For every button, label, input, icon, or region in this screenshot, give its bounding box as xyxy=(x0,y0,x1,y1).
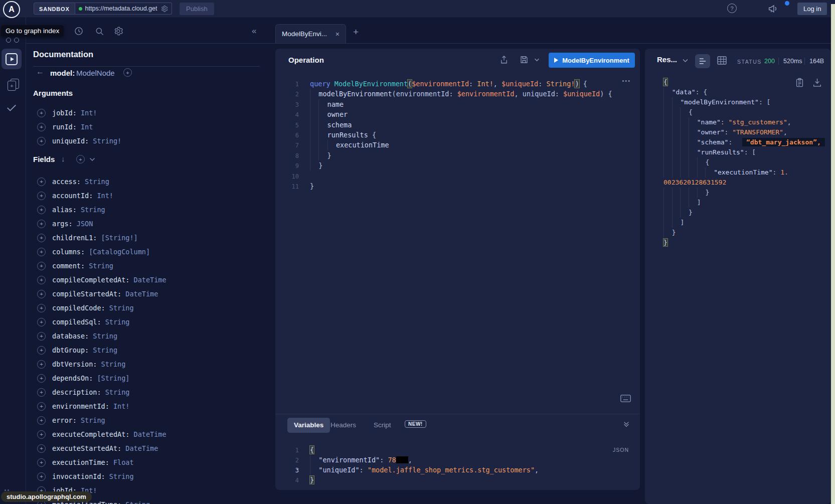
operation-editor[interactable]: 1query ModelByEnvironment($environmentId… xyxy=(275,79,640,191)
add-field-plus-icon[interactable] xyxy=(37,192,46,200)
apollo-logo[interactable]: A xyxy=(3,1,20,18)
field-name[interactable]: executionTime: xyxy=(52,458,109,466)
tab-script[interactable]: Script xyxy=(374,421,391,429)
add-all-fields-icon[interactable] xyxy=(123,68,132,77)
tab-model-by-environment[interactable]: ModelByEnvi... × xyxy=(275,24,346,43)
field-type[interactable]: String xyxy=(105,304,134,312)
code-line[interactable]: 7executionTime xyxy=(275,140,640,150)
code-line[interactable]: 1{ xyxy=(275,445,640,455)
add-field-plus-icon[interactable] xyxy=(37,248,46,256)
sidebar-item-explorer[interactable] xyxy=(2,49,22,69)
field-name[interactable]: accountId: xyxy=(52,192,93,200)
variables-editor[interactable]: 1{2"environmentId": 78,3"uniqueId": "mod… xyxy=(275,445,640,485)
field-name[interactable]: executeStartedAt: xyxy=(52,444,121,452)
code-line[interactable]: 10 xyxy=(275,171,640,181)
field-name[interactable]: dbtGroup: xyxy=(52,346,89,354)
save-operation-icon[interactable] xyxy=(520,55,529,64)
response-dropdown-chevron-icon[interactable] xyxy=(682,59,689,63)
field-type[interactable]: String xyxy=(97,360,125,368)
add-field-plus-icon[interactable] xyxy=(37,388,46,397)
field-type[interactable]: String xyxy=(77,206,105,214)
code-line[interactable]: 11} xyxy=(275,181,640,191)
code-line[interactable]: 6runResults { xyxy=(275,130,640,140)
add-field-plus-icon[interactable] xyxy=(37,458,46,467)
add-field-plus-icon[interactable] xyxy=(37,206,46,214)
add-field-plus-icon[interactable] xyxy=(37,346,46,355)
field-type[interactable]: String xyxy=(101,318,130,326)
rail-more-icon[interactable] xyxy=(5,489,6,491)
field-type[interactable]: String xyxy=(101,388,130,396)
field-name[interactable]: comment: xyxy=(52,262,85,270)
field-name[interactable]: compileStartedAt: xyxy=(52,290,121,298)
add-field-plus-icon[interactable] xyxy=(37,234,46,242)
field-name[interactable]: uniqueId: xyxy=(52,137,89,145)
sort-fields-icon[interactable]: ↓ xyxy=(61,154,65,163)
add-field-plus-icon[interactable] xyxy=(37,137,46,145)
back-arrow-icon[interactable]: ← xyxy=(36,67,44,76)
add-field-plus-icon[interactable] xyxy=(37,472,46,481)
code-line[interactable]: 5schema xyxy=(275,120,640,130)
field-name[interactable]: invocationId: xyxy=(52,472,105,480)
field-type[interactable]: DateTime xyxy=(129,430,166,438)
keyboard-shortcuts-icon[interactable] xyxy=(620,395,631,402)
run-operation-button[interactable]: ModelByEnvironment xyxy=(549,53,635,68)
field-type[interactable]: [CatalogColumn] xyxy=(85,248,150,256)
add-fields-icon[interactable] xyxy=(76,155,85,163)
field-type[interactable]: String xyxy=(121,500,150,504)
checks-icon[interactable] xyxy=(6,103,17,112)
add-field-plus-icon[interactable] xyxy=(37,402,46,411)
field-name[interactable]: args: xyxy=(52,220,73,228)
field-name[interactable]: alias: xyxy=(52,206,77,214)
field-type[interactable]: [String] xyxy=(93,374,129,382)
field-type[interactable]: String xyxy=(89,332,117,340)
field-type[interactable]: DateTime xyxy=(121,444,158,452)
add-field-plus-icon[interactable] xyxy=(37,123,46,131)
field-name[interactable]: jobId: xyxy=(52,109,77,117)
add-field-plus-icon[interactable] xyxy=(37,374,46,383)
code-line[interactable]: 2"environmentId": 78, xyxy=(275,455,640,465)
field-name[interactable]: database: xyxy=(52,332,89,340)
field-type[interactable]: Int! xyxy=(109,402,130,410)
field-type[interactable]: [String!] xyxy=(97,234,137,242)
endpoint-settings-gear-icon[interactable] xyxy=(160,5,168,13)
add-field-plus-icon[interactable] xyxy=(37,276,46,284)
login-button[interactable]: Log in xyxy=(797,3,827,15)
field-type[interactable]: String xyxy=(77,416,105,424)
add-field-plus-icon[interactable] xyxy=(37,416,46,425)
field-name[interactable]: description: xyxy=(52,388,101,396)
table-view-icon[interactable] xyxy=(717,56,727,65)
add-field-plus-icon[interactable] xyxy=(37,178,46,186)
code-line[interactable]: 3name xyxy=(275,99,640,109)
code-line[interactable]: 8} xyxy=(275,150,640,160)
field-type[interactable]: Float xyxy=(109,458,134,466)
field-name[interactable]: dependsOn: xyxy=(52,374,93,382)
fields-chevron-down-icon[interactable] xyxy=(89,157,95,161)
publish-button[interactable]: Publish xyxy=(180,3,214,15)
response-title[interactable]: Res... xyxy=(657,55,677,64)
share-operation-icon[interactable] xyxy=(499,55,509,64)
collapse-sidebar-icon[interactable]: « xyxy=(252,26,255,36)
field-type[interactable]: String xyxy=(85,262,113,270)
formatted-view-button[interactable] xyxy=(695,54,710,68)
collapse-variables-double-chevron-icon[interactable] xyxy=(623,421,630,428)
graph-index-icon[interactable] xyxy=(6,38,11,43)
field-type[interactable]: DateTime xyxy=(129,276,166,284)
schema-copy-plus-icon[interactable]: + xyxy=(8,81,16,91)
add-field-plus-icon[interactable] xyxy=(37,444,46,453)
field-type[interactable]: Int! xyxy=(77,109,97,117)
add-field-plus-icon[interactable] xyxy=(37,332,46,341)
search-icon[interactable] xyxy=(95,27,104,36)
rail-more-icon[interactable] xyxy=(8,489,9,491)
graph-index-icon[interactable] xyxy=(14,38,19,43)
add-field-plus-icon[interactable] xyxy=(37,430,46,439)
field-name[interactable]: compileCompletedAt: xyxy=(52,276,129,284)
code-line[interactable]: 3"uniqueId": "model.jaffle_shop_metrics.… xyxy=(275,465,640,475)
field-name[interactable]: childrenL1: xyxy=(52,234,97,242)
field-name[interactable]: environmentId: xyxy=(52,402,109,410)
field-name[interactable]: dbtVersion: xyxy=(52,360,97,368)
field-type[interactable]: String xyxy=(105,472,134,480)
field-name[interactable]: compiledSql: xyxy=(52,318,101,326)
settings-gear-icon[interactable] xyxy=(113,26,123,36)
field-type[interactable]: DateTime xyxy=(121,290,158,298)
add-field-plus-icon[interactable] xyxy=(37,290,46,298)
